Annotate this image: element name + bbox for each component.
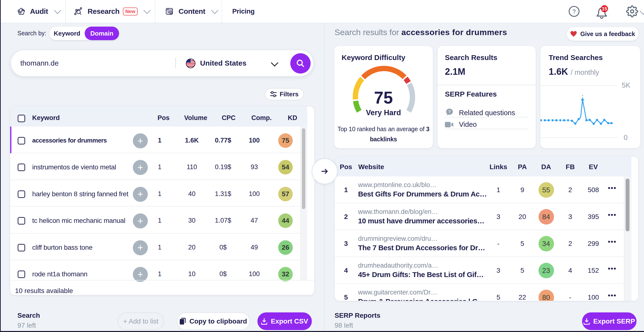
svg-text:?: ? [572,8,576,15]
svg-text:?: ? [448,110,450,114]
svg-text:15: 15 [602,6,607,11]
